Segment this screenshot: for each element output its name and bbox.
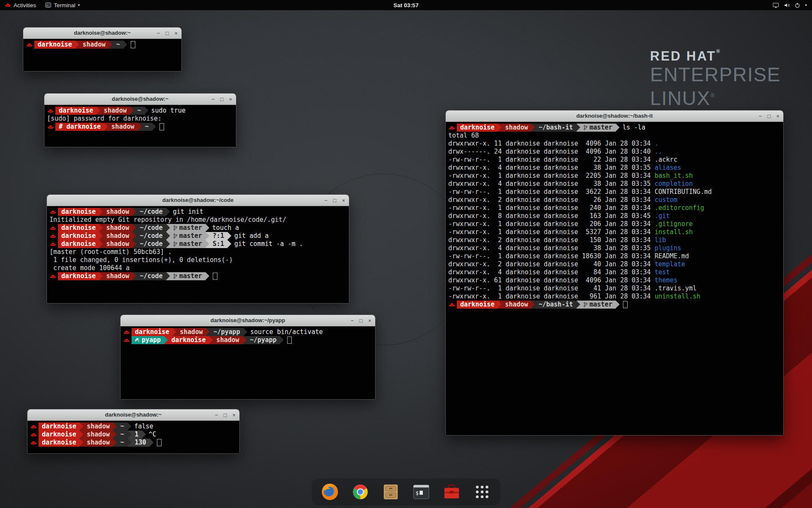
powerline-arrow xyxy=(164,336,168,344)
close-button[interactable]: × xyxy=(342,198,345,203)
minimize-button[interactable]: − xyxy=(215,412,218,418)
prompt-line: darknoiseshadow~ xyxy=(26,41,181,49)
maximize-button[interactable]: □ xyxy=(166,30,169,36)
powerline-arrow xyxy=(498,301,502,309)
minimize-button[interactable]: − xyxy=(324,198,328,203)
dock-item-toolbox[interactable] xyxy=(442,482,461,502)
output-line: drwxrwxr-x. 4 darknoise darknoise 38 Jan… xyxy=(448,180,783,188)
window-titlebar[interactable]: darknoise@shadow:~−□× xyxy=(27,409,239,421)
redhat-prompt-icon xyxy=(47,108,54,113)
terminal-content[interactable]: darknoiseshadow~/pyappsource bin/activat… xyxy=(121,326,375,399)
window-title: darknoise@shadow:~/bash-it xyxy=(446,110,783,121)
close-button[interactable]: × xyxy=(232,412,236,418)
window-controls: −□× xyxy=(215,409,236,420)
powerline-arrow xyxy=(166,208,170,216)
prompt-segment-host: shadow xyxy=(176,328,206,336)
file-name: themes xyxy=(655,276,678,284)
maximize-button[interactable]: □ xyxy=(333,198,337,203)
window-titlebar[interactable]: darknoise@shadow:~−□× xyxy=(44,94,236,105)
powerline-arrow xyxy=(132,272,136,280)
file-name: . xyxy=(655,140,658,148)
clock[interactable]: Sat 03:57 xyxy=(389,0,422,10)
close-button[interactable]: × xyxy=(776,113,779,119)
powerline-arrow xyxy=(166,224,170,232)
prompt-segment-path: ~ xyxy=(117,422,127,431)
powerline-arrow xyxy=(99,224,103,232)
output-text: Initialized empty Git repository in /hom… xyxy=(49,216,286,224)
prompt-segment-user: darknoise xyxy=(58,272,99,280)
minimize-button[interactable]: − xyxy=(351,318,354,323)
dock-item-firefox[interactable] xyxy=(320,482,340,502)
powerline-arrow xyxy=(576,301,580,309)
window-titlebar[interactable]: darknoise@shadow:~/code−□× xyxy=(47,195,349,206)
prompt-segment-path: ~/bash-it xyxy=(535,124,576,132)
output-text: [sudo] password for darknoise: xyxy=(47,115,162,123)
prompt-segment-host: shadow xyxy=(213,336,242,344)
firefox-icon xyxy=(320,482,340,502)
brand-enterprise: ENTERPRISE xyxy=(650,64,781,85)
terminal-content[interactable]: darknoiseshadow~ xyxy=(23,39,181,71)
app-menu[interactable]: >_ Terminal ▾ xyxy=(41,0,85,10)
dock-item-app-grid[interactable] xyxy=(472,482,492,502)
ls-row-meta: -rwxrwxr-x. 1 darknoise darknoise 240 Ja… xyxy=(448,204,655,212)
powerline-arrow xyxy=(80,439,83,447)
terminal-content[interactable]: darknoiseshadow~falsedarknoiseshadow~1^C… xyxy=(27,421,239,453)
prompt-line: darknoiseshadow~false xyxy=(30,422,239,431)
powerline-arrow xyxy=(244,328,247,336)
close-button[interactable]: × xyxy=(229,97,232,102)
powerline-arrow xyxy=(80,431,83,439)
system-status-area[interactable]: ▾ xyxy=(768,0,812,10)
powerline-arrow xyxy=(128,439,132,447)
command-text: ls -la xyxy=(623,124,645,132)
prompt-segment-host: shadow xyxy=(83,422,113,431)
prompt-segment-user: darknoise xyxy=(58,232,99,240)
terminal-content[interactable]: darknoiseshadow~/bash-itmasterls -latota… xyxy=(446,122,783,435)
window-titlebar[interactable]: darknoise@shadow:~/pyapp−□× xyxy=(121,315,375,326)
maximize-button[interactable]: □ xyxy=(220,97,224,102)
powerline-arrow xyxy=(243,336,247,344)
terminal-window-w3: darknoise@shadow:~/code−□×darknoiseshado… xyxy=(47,194,349,304)
output-line: drwxrwxr-x. 8 darknoise darknoise 163 Ja… xyxy=(448,212,783,220)
close-button[interactable]: × xyxy=(174,30,178,36)
terminal-content[interactable]: darknoiseshadow~sudo true[sudo] password… xyxy=(44,105,236,147)
prompt-segment-host: shadow xyxy=(108,123,137,131)
terminal-cursor xyxy=(213,273,217,280)
activities-button[interactable]: Activities xyxy=(0,0,41,10)
close-button[interactable]: × xyxy=(368,318,371,323)
powerline-arrow xyxy=(616,301,620,309)
power-icon xyxy=(795,3,800,8)
dock-item-terminal[interactable]: $ xyxy=(411,482,431,502)
dock-item-chrome[interactable] xyxy=(351,482,370,502)
prompt-segment-user: darknoise xyxy=(132,328,173,336)
prompt-segment-path: ~ xyxy=(134,107,144,115)
terminal-window-w6: darknoise@shadow:~/bash-it−□×darknoisesh… xyxy=(445,110,784,436)
output-line: -rwxrwxr-x. 1 darknoise darknoise 5327 J… xyxy=(448,228,783,236)
window-titlebar[interactable]: darknoise@shadow:~−□× xyxy=(23,28,181,39)
prompt-segment-code: 130 xyxy=(132,439,150,447)
file-name: uninstall.sh xyxy=(655,293,700,301)
prompt-segment-user: darknoise xyxy=(58,208,99,216)
maximize-button[interactable]: □ xyxy=(224,412,227,418)
powerline-arrow xyxy=(616,124,620,132)
command-text: git add a xyxy=(234,232,269,240)
terminal-content[interactable]: darknoiseshadow~/codegit initInitialized… xyxy=(47,206,349,303)
maximize-button[interactable]: □ xyxy=(768,113,771,119)
prompt-segment-path: ~/code xyxy=(136,272,166,280)
prompt-segment-host: shadow xyxy=(103,272,132,280)
ls-row-meta: -rwxrwxr-x. 1 darknoise darknoise 206 Ja… xyxy=(448,220,655,228)
minimize-button[interactable]: − xyxy=(211,97,215,102)
maximize-button[interactable]: □ xyxy=(359,318,363,323)
powerline-arrow xyxy=(132,232,136,240)
redhat-prompt-icon xyxy=(30,440,37,445)
prompt-segment-host: shadow xyxy=(103,232,132,240)
branch-icon xyxy=(173,273,177,279)
window-titlebar[interactable]: darknoise@shadow:~/bash-it−□× xyxy=(446,110,783,122)
minimize-button[interactable]: − xyxy=(759,113,762,119)
output-line: [master (root-commit) 50bcb63] . xyxy=(49,248,349,256)
minimize-button[interactable]: − xyxy=(157,30,160,36)
powerline-arrow xyxy=(206,272,209,280)
ls-row-meta: drwxrwxr-x. 2 darknoise darknoise 150 Ja… xyxy=(448,236,655,244)
output-line: drwxrwxr-x. 2 darknoise darknoise 26 Jan… xyxy=(448,196,783,204)
dock-item-files[interactable] xyxy=(381,482,401,502)
redhat-prompt-icon xyxy=(50,234,56,239)
